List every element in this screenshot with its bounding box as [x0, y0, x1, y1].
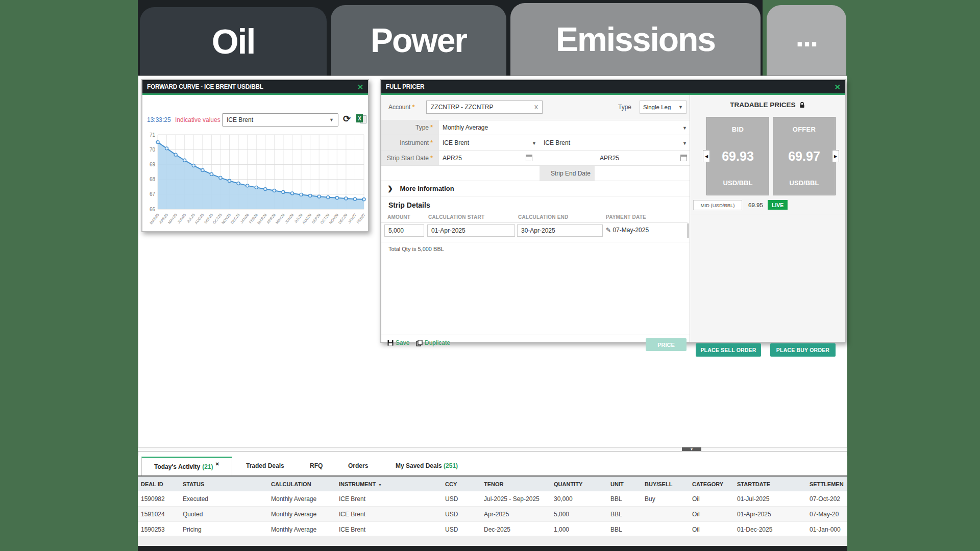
column-header-quantity[interactable]: QUANTITY — [551, 477, 607, 491]
amount-input[interactable]: 5,000 — [384, 224, 424, 237]
table-cell: 01-Jan-000 — [806, 522, 847, 537]
strip-end-date-field[interactable]: APR25 — [600, 155, 619, 162]
forward-curve-chart: 666768697071MAR25APR25MAY25JUN25JUL25AUG… — [143, 130, 367, 245]
column-header-deal-id[interactable]: DEAL ID — [138, 477, 180, 491]
svg-text:DEC26: DEC26 — [337, 213, 349, 225]
bid-price-box: BID 69.93 USD/BBL — [706, 117, 769, 195]
deals-table: DEAL IDSTATUSCALCULATIONINSTRUMENT▼CCYTE… — [138, 477, 847, 537]
panel-splitter[interactable]: ▼ — [138, 447, 847, 452]
table-cell: USD — [442, 522, 481, 537]
close-tab-icon[interactable]: ✕ — [215, 461, 219, 467]
chevron-down-icon[interactable]: ▼ — [532, 141, 536, 146]
table-cell: USD — [442, 491, 481, 507]
price-button[interactable]: PRICE — [646, 338, 687, 351]
left-arrow-button[interactable]: ◀ — [703, 150, 710, 162]
filter-icon[interactable]: ▼ — [378, 483, 382, 487]
forward-curve-window: FORWARD CURVE - ICE BRENT USD/BBL ✕ 13:3… — [141, 79, 369, 232]
instrument-label: Instrument * — [381, 139, 433, 146]
table-cell: ICE Brent — [336, 522, 442, 537]
table-cell: Monthly Average — [268, 507, 336, 522]
tab-rfq[interactable]: RFQ — [310, 462, 323, 469]
column-header-category[interactable]: CATEGORY — [689, 477, 734, 491]
table-cell: Pricing — [180, 522, 268, 537]
top-tab-power[interactable]: Power — [331, 5, 506, 76]
payment-date-cell[interactable]: ✎ 07-May-2025 — [606, 227, 649, 234]
top-tab-oil[interactable]: Oil — [140, 7, 327, 76]
calculation-end-input[interactable]: 30-Apr-2025 — [517, 224, 603, 237]
table-row[interactable]: 1590253PricingMonthly AverageICE BrentUS… — [138, 522, 847, 537]
column-header-ccy[interactable]: CCY — [442, 477, 481, 491]
column-header-settlemen[interactable]: SETTLEMEN — [806, 477, 847, 491]
mid-price-value: 69.95 — [748, 202, 763, 208]
collapse-handle[interactable]: ▼ — [682, 447, 701, 451]
table-cell: Monthly Average — [268, 522, 336, 537]
calculation-start-header: CALCULATION START — [428, 214, 484, 220]
column-header-tenor[interactable]: TENOR — [481, 477, 551, 491]
tab-orders[interactable]: Orders — [348, 462, 368, 469]
bid-price: 69.93 — [722, 149, 754, 164]
duplicate-button[interactable]: Duplicate — [416, 339, 450, 346]
svg-text:69: 69 — [150, 162, 156, 167]
strip-start-date-field[interactable]: APR25 — [443, 155, 462, 162]
tab-traded-deals[interactable]: Traded Deals — [246, 462, 284, 469]
scrollbar-thumb[interactable] — [687, 223, 689, 238]
svg-text:NOV26: NOV26 — [328, 213, 339, 225]
svg-text:MAR26: MAR26 — [256, 213, 267, 226]
column-header-unit[interactable]: UNIT — [607, 477, 642, 491]
calculation-start-input[interactable]: 01-Apr-2025 — [427, 224, 515, 237]
leg-type-dropdown[interactable]: Single Leg ▼ — [640, 101, 687, 114]
calculation-end-header: CALCULATION END — [518, 214, 568, 220]
table-cell: Quoted — [180, 507, 268, 522]
excel-export-icon[interactable]: X — [356, 114, 366, 123]
table-cell: Apr-2025 — [481, 507, 551, 522]
account-row: Account * ZZCNTRP - ZZCNTRP X Type Singl… — [381, 95, 690, 120]
clear-icon[interactable]: X — [534, 104, 538, 110]
svg-text:JAN26: JAN26 — [239, 213, 250, 224]
table-cell: ICE Brent — [336, 507, 442, 522]
column-header-status[interactable]: STATUS — [180, 477, 268, 491]
refresh-icon[interactable]: ⟳ — [343, 113, 351, 124]
amount-header: AMOUNT — [387, 214, 410, 220]
table-cell: Oil — [689, 507, 734, 522]
full-pricer-window: FULL PRICER ✕ Account * ZZCNTRP - ZZCNTR… — [380, 79, 846, 343]
instrument-dropdown-2[interactable]: ICE Brent — [544, 139, 570, 146]
save-button[interactable]: Save — [387, 339, 409, 346]
table-row[interactable]: 1591024QuotedMonthly AverageICE BrentUSD… — [138, 507, 847, 522]
account-field[interactable]: ZZCNTRP - ZZCNTRP X — [426, 101, 543, 114]
leg-type-label: Type — [618, 104, 631, 111]
type-dropdown[interactable]: Monthly Average — [443, 124, 488, 131]
column-header-startdate[interactable]: STARTDATE — [734, 477, 806, 491]
place-sell-order-button[interactable]: PLACE SELL ORDER — [696, 343, 761, 357]
table-cell: 01-Jul-2025 — [734, 491, 806, 507]
instrument-dropdown[interactable]: ICE Brent ▼ — [222, 113, 338, 127]
close-icon[interactable]: ✕ — [834, 83, 841, 91]
svg-text:MAR25: MAR25 — [149, 213, 160, 226]
table-header-row: DEAL IDSTATUSCALCULATIONINSTRUMENT▼CCYTE… — [138, 477, 847, 491]
strip-start-date-label: Strip Start Date * — [381, 155, 433, 162]
top-tab-more[interactable]: ... — [767, 5, 846, 76]
chevron-down-icon[interactable]: ▼ — [682, 141, 687, 146]
table-cell: USD — [442, 507, 481, 522]
quote-timestamp: 13:33:25 — [147, 116, 171, 123]
column-header-instrument[interactable]: INSTRUMENT▼ — [336, 477, 442, 491]
instrument-dropdown-1[interactable]: ICE Brent — [443, 139, 469, 146]
close-icon[interactable]: ✕ — [357, 83, 363, 91]
place-buy-order-button[interactable]: PLACE BUY ORDER — [770, 343, 836, 357]
calendar-icon[interactable] — [680, 155, 687, 161]
right-arrow-button[interactable]: ▶ — [832, 150, 839, 162]
column-header-buy-sell[interactable]: BUY/SELL — [642, 477, 689, 491]
chevron-down-icon[interactable]: ▼ — [682, 126, 687, 131]
payment-date-header: PAYMENT DATE — [606, 214, 646, 220]
tab-my-saved-deals[interactable]: My Saved Deals (251) — [396, 462, 458, 469]
table-cell: 07-Oct-202 — [806, 491, 847, 507]
table-cell: 1591024 — [138, 507, 180, 522]
table-row[interactable]: 1590982ExecutedMonthly AverageICE BrentU… — [138, 491, 847, 507]
svg-text:JUN25: JUN25 — [176, 213, 187, 224]
more-information-toggle[interactable]: ❯ More Information — [387, 185, 454, 192]
calendar-icon[interactable] — [526, 155, 532, 161]
column-header-calculation[interactable]: CALCULATION — [268, 477, 336, 491]
top-tab-emissions[interactable]: Emissions — [510, 3, 761, 76]
offer-price: 69.97 — [788, 149, 820, 164]
table-cell — [642, 507, 689, 522]
tab-todays-activity[interactable]: Today's Activity (21) ✕ — [141, 457, 232, 475]
